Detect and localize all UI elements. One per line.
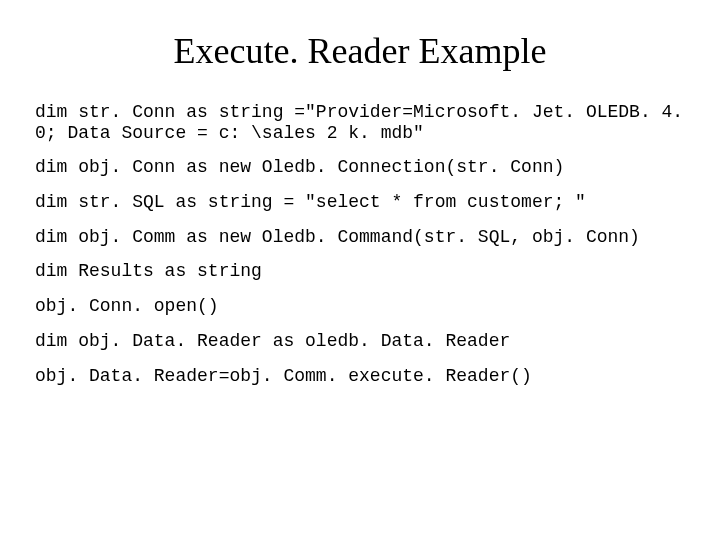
slide-container: Execute. Reader Example dim str. Conn as… — [0, 0, 720, 420]
code-line: obj. Data. Reader=obj. Comm. execute. Re… — [35, 366, 685, 387]
slide-title: Execute. Reader Example — [35, 30, 685, 72]
code-line: dim obj. Comm as new Oledb. Command(str.… — [35, 227, 685, 248]
code-block: dim str. Conn as string ="Provider=Micro… — [35, 102, 685, 386]
code-line: dim obj. Conn as new Oledb. Connection(s… — [35, 157, 685, 178]
code-line: dim Results as string — [35, 261, 685, 282]
code-line: dim obj. Data. Reader as oledb. Data. Re… — [35, 331, 685, 352]
code-line: dim str. Conn as string ="Provider=Micro… — [35, 102, 685, 143]
code-line: obj. Conn. open() — [35, 296, 685, 317]
code-line: dim str. SQL as string = "select * from … — [35, 192, 685, 213]
